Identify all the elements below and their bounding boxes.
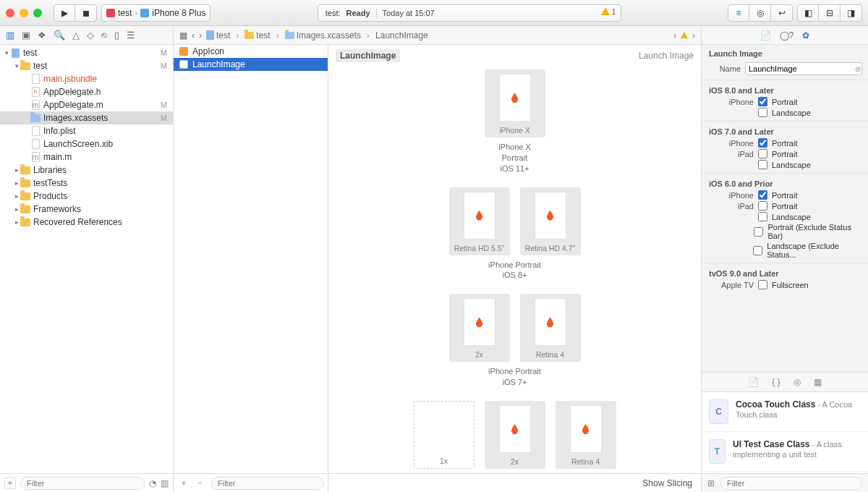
project-navigator-icon[interactable]: ▥: [6, 30, 14, 41]
activity-status[interactable]: test: Ready Today at 15:07 1: [318, 4, 621, 22]
disclosure-icon[interactable]: ▸: [13, 192, 20, 200]
breakpoint-navigator-icon[interactable]: ▯: [114, 30, 119, 41]
stop-button[interactable]: ◼: [75, 4, 97, 22]
asset-item[interactable]: LaunchImage: [174, 58, 328, 71]
disclosure-icon[interactable]: ▸: [13, 179, 20, 187]
image-slot[interactable]: iPhone X: [485, 69, 545, 137]
library-item[interactable]: TUI Test Case Class - A class implementi…: [702, 432, 868, 472]
toggle-navigator-button[interactable]: ◧: [797, 4, 819, 22]
image-slot[interactable]: Retina 4: [556, 401, 616, 469]
file-template-library-icon[interactable]: 📄: [748, 377, 759, 387]
inspector-checkbox[interactable]: [758, 201, 767, 211]
scm-filter-icon[interactable]: ▥: [161, 478, 169, 488]
test-navigator-icon[interactable]: ◇: [87, 30, 94, 41]
standard-editor-button[interactable]: ≡: [728, 4, 749, 22]
show-slicing-button[interactable]: Show Slicing: [642, 478, 692, 488]
jump-bar[interactable]: ▦ ‹ › test test Images.xcassets LaunchIm…: [174, 26, 702, 44]
disclosure-icon[interactable]: ▾: [3, 49, 10, 56]
file-row[interactable]: mmain.m: [0, 150, 173, 164]
close-window-button[interactable]: [6, 9, 14, 17]
image-well[interactable]: Retina 4: [520, 294, 581, 362]
status-warnings[interactable]: 1: [601, 7, 616, 16]
inspector-checkbox[interactable]: [758, 108, 767, 117]
scheme-selector[interactable]: test › iPhone 8 Plus: [101, 4, 210, 22]
debug-navigator-icon[interactable]: ⎋: [101, 30, 107, 41]
inspector-name-input[interactable]: [745, 62, 862, 75]
find-navigator-icon[interactable]: 🔍: [54, 30, 65, 41]
image-well[interactable]: 2x: [485, 401, 545, 469]
image-slot[interactable]: 1x: [414, 401, 475, 469]
image-slot[interactable]: Retina HD 5.5": [449, 187, 510, 255]
image-slot[interactable]: Retina 4: [520, 294, 581, 362]
toggle-inspector-button[interactable]: ◨: [841, 4, 862, 22]
jump-warning-icon[interactable]: [681, 32, 688, 38]
image-slot[interactable]: Retina HD 4.7": [520, 187, 581, 255]
group-row[interactable]: ▸testTests: [0, 177, 173, 190]
file-row[interactable]: Images.xcassetsM: [0, 111, 173, 124]
file-row[interactable]: main.jsbundle: [0, 72, 173, 85]
inspector-checkbox[interactable]: [758, 212, 767, 221]
group-row[interactable]: ▸Recovered References: [0, 216, 173, 229]
clear-name-icon[interactable]: ⊘: [855, 65, 861, 73]
assistant-editor-button[interactable]: ◎: [749, 4, 771, 22]
disclosure-icon[interactable]: ▸: [13, 219, 20, 226]
report-navigator-icon[interactable]: ☰: [127, 30, 135, 41]
version-editor-button[interactable]: ↩: [771, 4, 793, 22]
disclosure-icon[interactable]: ▸: [13, 205, 20, 213]
attributes-inspector-icon[interactable]: ✿: [802, 30, 809, 41]
source-control-icon[interactable]: ▣: [22, 30, 30, 41]
nav-back-icon[interactable]: ‹: [192, 30, 195, 41]
inspector-checkbox[interactable]: [753, 246, 762, 255]
library-filter-input[interactable]: [720, 477, 862, 490]
image-well[interactable]: Retina HD 4.7": [520, 187, 581, 255]
image-well[interactable]: Retina 4: [556, 401, 616, 469]
inspector-checkbox[interactable]: [758, 97, 767, 106]
inspector-checkbox[interactable]: [758, 149, 767, 158]
run-button[interactable]: ▶: [54, 4, 75, 22]
asset-add-button[interactable]: ＋: [179, 477, 188, 489]
file-inspector-icon[interactable]: 📄: [760, 30, 771, 41]
crumb-3[interactable]: LaunchImage: [375, 30, 428, 41]
add-target-button[interactable]: +: [4, 478, 16, 489]
code-snippet-library-icon[interactable]: { }: [772, 377, 780, 387]
disclosure-icon[interactable]: ▸: [13, 166, 20, 174]
group-row[interactable]: ▸Libraries: [0, 164, 173, 177]
inspector-checkbox[interactable]: [758, 138, 767, 148]
image-well[interactable]: iPhone X: [485, 69, 545, 137]
jump-next-icon[interactable]: ›: [692, 30, 695, 41]
group-row[interactable]: ▸Frameworks: [0, 203, 173, 216]
project-root[interactable]: ▾testM: [0, 46, 173, 59]
asset-item[interactable]: AppIcon: [174, 45, 328, 58]
image-well[interactable]: Retina HD 5.5": [449, 187, 510, 255]
image-slot[interactable]: 2x: [449, 294, 510, 362]
library-grid-icon[interactable]: ⊞: [707, 478, 715, 488]
inspector-checkbox[interactable]: [758, 190, 767, 200]
asset-remove-button[interactable]: －: [195, 477, 204, 489]
image-slot[interactable]: 2x: [485, 401, 545, 469]
related-items-icon[interactable]: ▦: [179, 30, 187, 41]
nav-forward-icon[interactable]: ›: [199, 30, 202, 41]
toggle-debug-button[interactable]: ⊟: [819, 4, 841, 22]
image-well[interactable]: 2x: [449, 294, 510, 362]
inspector-checkbox[interactable]: [754, 227, 763, 237]
recent-filter-icon[interactable]: ◔: [149, 478, 156, 488]
disclosure-icon[interactable]: ▾: [13, 62, 20, 69]
image-well[interactable]: 1x: [414, 401, 475, 469]
file-row[interactable]: hAppDelegate.h: [0, 85, 173, 98]
minimize-window-button[interactable]: [20, 9, 28, 17]
library-item[interactable]: CCocoa Touch Class - A Cocoa Touch class: [702, 392, 868, 432]
inspector-checkbox[interactable]: [758, 160, 767, 169]
media-library-icon[interactable]: ▦: [814, 377, 822, 387]
crumb-1[interactable]: test: [256, 30, 270, 41]
quick-help-icon[interactable]: ◯?: [780, 30, 794, 41]
symbol-navigator-icon[interactable]: ❖: [38, 30, 46, 41]
group-row[interactable]: ▾testM: [0, 59, 173, 72]
jump-prev-icon[interactable]: ‹: [673, 30, 676, 41]
file-row[interactable]: Info.plist: [0, 124, 173, 137]
file-row[interactable]: LaunchScreen.xib: [0, 137, 173, 150]
crumb-2[interactable]: Images.xcassets: [297, 30, 361, 41]
file-row[interactable]: mAppDelegate.mM: [0, 98, 173, 111]
issue-navigator-icon[interactable]: △: [72, 30, 80, 41]
object-library-icon[interactable]: ◎: [793, 377, 801, 387]
group-row[interactable]: ▸Products: [0, 190, 173, 203]
